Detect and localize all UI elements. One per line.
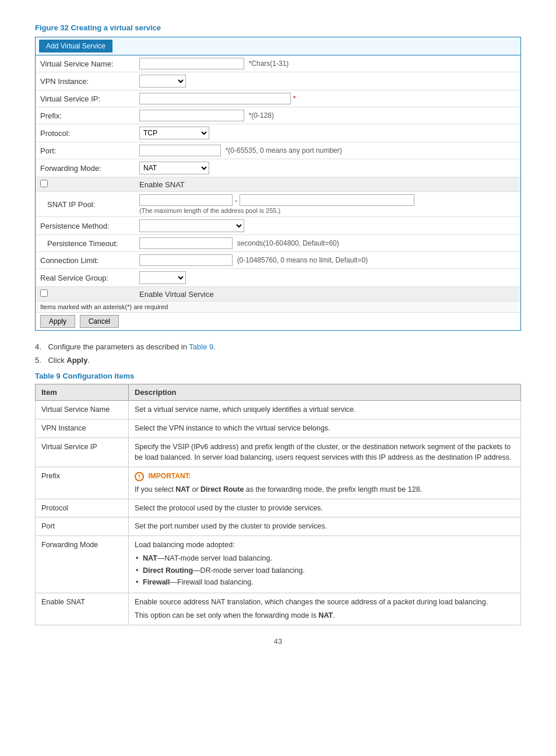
snat-pool-note: (The maximum length of the address pool … bbox=[139, 207, 516, 214]
select-vpn-instance[interactable] bbox=[139, 75, 186, 88]
table-row: Prefix ! IMPORTANT: If you select NAT or… bbox=[36, 467, 521, 499]
item-cell: Port bbox=[36, 517, 129, 536]
input-port[interactable] bbox=[139, 145, 221, 156]
hint-prefix: *(0-128) bbox=[249, 111, 274, 120]
page-number: 43 bbox=[35, 637, 521, 646]
label-vpn-instance: VPN Instance: bbox=[36, 72, 135, 90]
item-cell: Enable SNAT bbox=[36, 593, 129, 625]
item-cell: Prefix bbox=[36, 467, 129, 499]
label-prefix: Prefix: bbox=[36, 107, 135, 124]
item-cell: Forwarding Mode bbox=[36, 536, 129, 593]
table-row: Virtual Service Name Set a virtual servi… bbox=[36, 401, 521, 419]
desc-cell: Set the port number used by the cluster … bbox=[129, 517, 521, 536]
input-connection-limit[interactable] bbox=[139, 254, 233, 266]
label-snat-ip-pool: SNAT IP Pool: bbox=[36, 192, 135, 217]
cancel-button[interactable]: Cancel bbox=[80, 315, 119, 328]
desc-cell: Load balancing mode adopted: NAT—NAT-mod… bbox=[129, 536, 521, 593]
label-virtual-service-ip: Virtual Service IP: bbox=[36, 90, 135, 107]
table-title: Table 9 Configuration items bbox=[35, 372, 521, 380]
label-persistence-timeout: Persistence Timeout: bbox=[36, 235, 135, 252]
table-row: Forwarding Mode Load balancing mode adop… bbox=[36, 536, 521, 593]
desc-cell: ! IMPORTANT: If you select NAT or Direct… bbox=[129, 467, 521, 499]
bullet-nat: NAT—NAT-mode server load balancing. bbox=[135, 553, 515, 564]
label-forwarding-mode: Forwarding Mode: bbox=[36, 159, 135, 177]
label-enable-snat: Enable SNAT bbox=[135, 177, 520, 192]
step-4-num: 4. bbox=[35, 342, 41, 351]
bullet-dr: Direct Routing—DR-mode server load balan… bbox=[135, 565, 515, 576]
important-label: IMPORTANT: bbox=[148, 472, 191, 480]
item-cell: Virtual Service Name bbox=[36, 401, 129, 419]
desc-cell: Set a virtual service name, which unique… bbox=[129, 401, 521, 419]
label-persistence-method: Persistence Method: bbox=[36, 217, 135, 235]
item-cell: VPN Instance bbox=[36, 419, 129, 438]
table-row: Enable SNAT Enable source address NAT tr… bbox=[36, 593, 521, 625]
figure-title: Figure 32 Creating a virtual service bbox=[35, 23, 521, 32]
bullet-fw: Firewall—Firewall load balancing. bbox=[135, 577, 515, 588]
item-cell: Virtual Service IP bbox=[36, 438, 129, 467]
label-virtual-service-name: Virtual Service Name: bbox=[36, 55, 135, 72]
config-table: Item Description Virtual Service Name Se… bbox=[35, 384, 521, 625]
step-5: 5. Click Apply. bbox=[35, 356, 521, 365]
table9-link[interactable]: Table 9 bbox=[189, 342, 213, 351]
select-forwarding-mode[interactable]: NAT bbox=[139, 162, 209, 174]
btn-row: Add Virtual Service bbox=[36, 37, 520, 55]
input-virtual-service-ip[interactable] bbox=[139, 93, 291, 104]
table-row: VPN Instance Select the VPN instance to … bbox=[36, 419, 521, 438]
important-text: If you select NAT or Direct Route as the… bbox=[135, 484, 515, 495]
step-5-bold: Apply bbox=[66, 356, 87, 365]
desc-cell: Select the protocol used by the cluster … bbox=[129, 499, 521, 517]
step-4: 4. Configure the parameters as described… bbox=[35, 342, 521, 351]
label-protocol: Protocol: bbox=[36, 124, 135, 142]
label-connection-limit: Connection Limit: bbox=[36, 252, 135, 269]
checkbox-enable-virtual-service[interactable] bbox=[40, 289, 48, 297]
step-5-num: 5. bbox=[35, 356, 41, 365]
table-row: Virtual Service IP Specify the VSIP (IPv… bbox=[36, 438, 521, 467]
hint-virtual-service-ip: * bbox=[293, 94, 296, 103]
add-virtual-service-form: Add Virtual Service Virtual Service Name… bbox=[35, 37, 521, 331]
input-snat-pool-end[interactable] bbox=[240, 194, 414, 206]
add-virtual-service-button[interactable]: Add Virtual Service bbox=[39, 40, 112, 52]
desc-cell: Select the VPN instance to which the vir… bbox=[129, 419, 521, 438]
table-row: Port Set the port number used by the clu… bbox=[36, 517, 521, 536]
hint-connection-limit: (0-10485760, 0 means no limit, Default=0… bbox=[237, 256, 368, 264]
label-real-service-group: Real Service Group: bbox=[36, 269, 135, 287]
select-protocol[interactable]: TCP bbox=[139, 127, 209, 139]
label-port: Port: bbox=[36, 142, 135, 159]
desc-cell: Enable source address NAT translation, w… bbox=[129, 593, 521, 625]
input-virtual-service-name[interactable] bbox=[139, 58, 244, 69]
table-row: Protocol Select the protocol used by the… bbox=[36, 499, 521, 517]
hint-persistence-timeout: seconds(10-604800, Default=60) bbox=[237, 239, 339, 247]
checkbox-enable-snat[interactable] bbox=[40, 180, 48, 187]
desc-cell: Specify the VSIP (IPv6 address) and pref… bbox=[129, 438, 521, 467]
important-icon: ! bbox=[135, 472, 144, 481]
input-persistence-timeout[interactable] bbox=[139, 237, 233, 249]
snat-pool-separator: - bbox=[235, 196, 237, 205]
hint-virtual-service-name: *Chars(1-31) bbox=[249, 60, 289, 68]
label-enable-virtual-service: Enable Virtual Service bbox=[135, 287, 520, 302]
apply-button[interactable]: Apply bbox=[40, 315, 75, 328]
hint-port: *(0-65535, 0 means any port number) bbox=[226, 146, 342, 155]
select-real-service-group[interactable] bbox=[139, 271, 186, 284]
input-snat-pool-start[interactable] bbox=[139, 194, 233, 206]
required-note: Items marked with an asterisk(*) are req… bbox=[36, 302, 520, 313]
col-header-item: Item bbox=[36, 384, 129, 401]
item-cell: Protocol bbox=[36, 499, 129, 517]
input-prefix[interactable] bbox=[139, 110, 244, 121]
select-persistence-method[interactable] bbox=[139, 219, 244, 232]
col-header-description: Description bbox=[129, 384, 521, 401]
